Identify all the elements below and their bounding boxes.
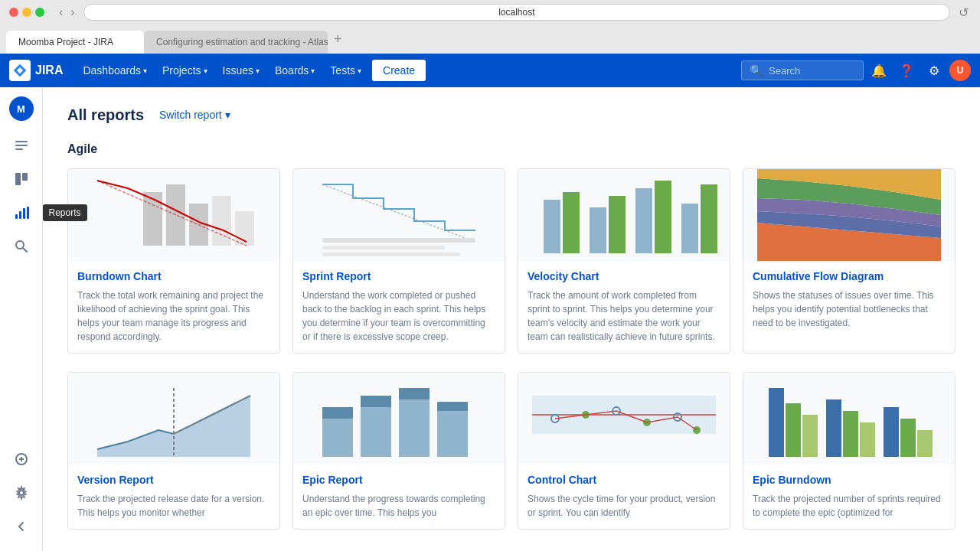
svg-rect-68	[843, 411, 858, 457]
switch-report-chevron: ▾	[225, 109, 230, 121]
svg-rect-51	[399, 388, 430, 399]
svg-rect-67	[826, 399, 841, 457]
nav-boards[interactable]: Boards ▾	[267, 54, 322, 87]
svg-rect-70	[884, 407, 899, 457]
svg-rect-71	[900, 419, 916, 457]
nav-projects[interactable]: Projects ▾	[155, 54, 215, 87]
version-report-card[interactable]: Version Report Track the projected relea…	[67, 372, 280, 530]
dashboards-chevron: ▾	[143, 67, 147, 75]
cumulative-flow-card[interactable]: Cumulative Flow Diagram Shows the status…	[743, 168, 956, 354]
epic-card-body: Epic Report Understand the progress towa…	[293, 465, 505, 529]
maximize-button[interactable]	[35, 8, 44, 17]
cumulative-card-desc: Shows the statuses of issues over time. …	[753, 289, 946, 330]
svg-point-14	[19, 491, 24, 495]
svg-rect-53	[437, 402, 468, 411]
epic-burndown-card-desc: Track the projected number of sprints re…	[753, 492, 946, 520]
switch-report-button[interactable]: Switch report ▾	[153, 106, 237, 124]
epic-card-desc: Understand the progress towards completi…	[302, 492, 495, 520]
notifications-button[interactable]: 🔔	[867, 58, 891, 83]
sidebar-item-search[interactable]	[6, 231, 37, 262]
svg-line-10	[23, 248, 27, 252]
switch-report-label: Switch report	[159, 109, 222, 121]
sprint-card-title[interactable]: Sprint Report	[302, 270, 495, 282]
epic-card-title[interactable]: Epic Report	[302, 474, 495, 486]
search-icon: 🔍	[750, 64, 763, 77]
svg-rect-16	[143, 192, 162, 246]
velocity-card-title[interactable]: Velocity Chart	[528, 270, 720, 282]
create-button[interactable]: Create	[372, 60, 426, 81]
active-tab[interactable]: Moomba Project - JIRA	[6, 31, 144, 54]
svg-rect-5	[15, 214, 18, 219]
jira-logo[interactable]: JIRA	[9, 60, 63, 81]
close-button[interactable]	[9, 8, 18, 17]
sidebar-item-settings[interactable]	[6, 478, 37, 508]
version-card-desc: Track the projected release date for a v…	[77, 492, 270, 520]
new-tab-button[interactable]: +	[328, 31, 348, 47]
nav-dashboards[interactable]: Dashboards ▾	[75, 54, 155, 87]
page-header: All reports Switch report ▾	[67, 106, 956, 124]
sprint-card-body: Sprint Report Understand the work comple…	[293, 261, 505, 353]
back-button[interactable]: ‹	[57, 5, 65, 19]
sidebar-collapse-button[interactable]	[6, 511, 37, 542]
svg-rect-4	[22, 173, 28, 181]
svg-rect-33	[681, 204, 698, 253]
control-card-body: Control Chart Shows the cycle time for y…	[518, 465, 730, 529]
agile-section-title: Agile	[67, 142, 956, 156]
sidebar-item-addons[interactable]	[6, 444, 37, 474]
svg-rect-46	[322, 419, 353, 457]
velocity-card-desc: Track the amount of work completed from …	[528, 289, 720, 344]
control-card-title[interactable]: Control Chart	[528, 474, 720, 486]
sidebar-item-reports[interactable]: Reports	[6, 197, 37, 228]
sidebar-item-board[interactable]	[6, 164, 37, 194]
project-avatar[interactable]: M	[9, 96, 34, 121]
forward-button[interactable]: ›	[68, 5, 77, 19]
svg-rect-69	[860, 422, 875, 457]
epic-burndown-card[interactable]: Epic Burndown Track the projected number…	[743, 372, 956, 530]
velocity-chart-card[interactable]: Velocity Chart Track the amount of work …	[518, 168, 730, 354]
svg-rect-0	[15, 141, 28, 142]
epic-report-card[interactable]: Epic Report Understand the progress towa…	[292, 372, 505, 530]
top-nav: JIRA Dashboards ▾ Projects ▾ Issues ▾ Bo…	[0, 54, 980, 87]
left-sidebar: M Reports	[0, 87, 43, 551]
svg-rect-64	[769, 388, 784, 457]
epic-burndown-image	[743, 373, 955, 465]
burndown-chart-card[interactable]: Burndown Chart Track the total work rema…	[67, 168, 280, 354]
nav-issues[interactable]: Issues ▾	[215, 54, 267, 87]
svg-rect-32	[655, 181, 671, 253]
burndown-card-desc: Track the total work remaining and proje…	[77, 289, 270, 344]
boards-chevron: ▾	[311, 67, 315, 75]
sidebar-item-backlog[interactable]	[6, 130, 37, 161]
svg-rect-7	[23, 208, 25, 219]
version-report-image	[68, 373, 279, 465]
address-bar[interactable]	[83, 4, 950, 21]
sprint-report-card[interactable]: Sprint Report Understand the work comple…	[292, 168, 505, 354]
agile-section: Agile	[67, 142, 956, 530]
user-avatar[interactable]: U	[949, 60, 971, 81]
reload-button[interactable]: ↺	[956, 5, 971, 20]
svg-rect-27	[544, 200, 560, 253]
nav-tests[interactable]: Tests ▾	[322, 54, 369, 87]
svg-rect-29	[590, 207, 606, 253]
version-card-body: Version Report Track the projected relea…	[68, 465, 279, 529]
svg-rect-31	[635, 188, 652, 253]
epic-burndown-card-title[interactable]: Epic Burndown	[753, 474, 946, 486]
epic-burndown-card-body: Epic Burndown Track the projected number…	[743, 465, 955, 529]
version-card-title[interactable]: Version Report	[77, 474, 270, 486]
cumulative-flow-image	[743, 169, 955, 261]
control-chart-card[interactable]: Control Chart Shows the cycle time for y…	[518, 372, 730, 530]
minimize-button[interactable]	[22, 8, 31, 17]
help-button[interactable]: ❓	[894, 58, 919, 83]
burndown-card-body: Burndown Chart Track the total work rema…	[68, 261, 279, 353]
svg-rect-50	[399, 399, 430, 457]
settings-button[interactable]: ⚙	[922, 58, 946, 83]
main-layout: M Reports	[0, 87, 980, 551]
sprint-report-image	[293, 169, 505, 261]
cumulative-card-body: Cumulative Flow Diagram Shows the status…	[743, 261, 955, 339]
burndown-card-title[interactable]: Burndown Chart	[77, 270, 270, 282]
inactive-tab[interactable]: Configuring estimation and tracking - At…	[144, 31, 328, 54]
page-title: All reports	[67, 106, 144, 124]
cumulative-card-title[interactable]: Cumulative Flow Diagram	[753, 270, 946, 282]
jira-wordmark: JIRA	[35, 64, 63, 77]
svg-rect-52	[437, 411, 468, 457]
search-bar[interactable]: 🔍 Search	[741, 60, 864, 80]
